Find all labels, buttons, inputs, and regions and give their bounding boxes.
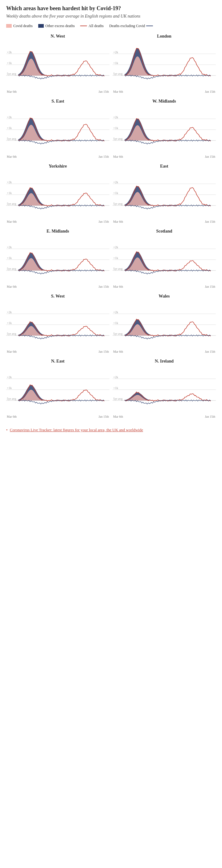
x-label-start: Mar 6th bbox=[113, 90, 123, 93]
chart-wrap-w-midlands: +2k+1k5yr avg bbox=[113, 105, 216, 154]
x-label-end: Jan 15th bbox=[205, 155, 215, 158]
svg-text:+2k: +2k bbox=[7, 310, 12, 314]
svg-text:5yr avg: 5yr avg bbox=[7, 332, 16, 335]
svg-text:5yr avg: 5yr avg bbox=[113, 397, 122, 400]
chart-wrap-scotland: +2k+1k5yr avg bbox=[113, 235, 216, 284]
svg-text:+1k: +1k bbox=[7, 321, 12, 324]
svg-text:+1k: +1k bbox=[113, 386, 118, 390]
svg-text:5yr avg: 5yr avg bbox=[7, 72, 16, 75]
chart-wrap-yorkshire: +2k+1k5yr avg bbox=[6, 170, 109, 219]
svg-text:+1k: +1k bbox=[113, 191, 118, 195]
chart-wrap-east: +2k+1k5yr avg bbox=[113, 170, 216, 219]
chart-title-east: East bbox=[113, 164, 216, 169]
chart-london: London+2k+1k5yr avgMar 6thJan 15th bbox=[113, 34, 216, 93]
x-label-start: Mar 6th bbox=[7, 155, 17, 158]
svg-text:+1k: +1k bbox=[113, 126, 118, 130]
chart-title-w-midlands: W. Midlands bbox=[113, 99, 216, 104]
svg-text:+2k: +2k bbox=[7, 51, 12, 54]
all-deaths-line bbox=[80, 26, 87, 26]
x-label-end: Jan 15th bbox=[99, 220, 109, 223]
svg-text:+1k: +1k bbox=[7, 61, 12, 65]
chart-title-yorkshire: Yorkshire bbox=[6, 164, 109, 169]
x-label-start: Mar 6th bbox=[7, 220, 17, 223]
charts-grid: N. West+2k+1k5yr avgMar 6thJan 15thLondo… bbox=[6, 34, 216, 424]
chart-w-midlands: W. Midlands+2k+1k5yr avgMar 6thJan 15th bbox=[113, 99, 216, 158]
chart-wales: Wales+2k+1k5yr avgMar 6thJan 15th bbox=[113, 294, 216, 353]
chart-title-london: London bbox=[113, 34, 216, 39]
x-label-end: Jan 15th bbox=[205, 415, 215, 418]
svg-text:+2k: +2k bbox=[7, 375, 12, 379]
legend-other-excess: Other excess deaths bbox=[38, 24, 75, 28]
x-label-end: Jan 15th bbox=[205, 220, 215, 223]
svg-text:5yr avg: 5yr avg bbox=[7, 202, 16, 206]
chart-title-n-ireland: N. Ireland bbox=[113, 359, 216, 364]
covid-deaths-swatch bbox=[6, 24, 12, 28]
svg-text:+2k: +2k bbox=[113, 375, 118, 379]
chart-title-scotland: Scotland bbox=[113, 229, 216, 234]
chart-n-west: N. West+2k+1k5yr avgMar 6thJan 15th bbox=[6, 34, 109, 93]
bullet-icon: • bbox=[6, 428, 8, 432]
chart-wrap-s-west: +2k+1k5yr avg bbox=[6, 300, 109, 349]
chart-s-east: S. East+2k+1k5yr avgMar 6thJan 15th bbox=[6, 99, 109, 158]
legend: Covid deaths Other excess deaths All dea… bbox=[6, 24, 216, 28]
svg-text:+1k: +1k bbox=[7, 256, 12, 260]
x-labels-london: Mar 6thJan 15th bbox=[113, 90, 216, 93]
footer: • Coronavirus Live Tracker: latest figur… bbox=[6, 428, 216, 432]
chart-title-n-east: N. East bbox=[6, 359, 109, 364]
chart-yorkshire: Yorkshire+2k+1k5yr avgMar 6thJan 15th bbox=[6, 164, 109, 223]
svg-text:5yr avg: 5yr avg bbox=[7, 137, 16, 141]
x-label-start: Mar 6th bbox=[7, 350, 17, 353]
svg-text:+2k: +2k bbox=[113, 310, 118, 314]
x-labels-w-midlands: Mar 6thJan 15th bbox=[113, 155, 216, 158]
chart-title-e-midlands: E. Midlands bbox=[6, 229, 109, 234]
svg-text:+2k: +2k bbox=[7, 246, 12, 249]
x-labels-s-west: Mar 6thJan 15th bbox=[6, 350, 109, 353]
legend-covid-deaths: Covid deaths bbox=[6, 24, 33, 28]
x-label-start: Mar 6th bbox=[113, 155, 123, 158]
svg-text:+1k: +1k bbox=[7, 386, 12, 390]
legend-all-deaths: All deaths bbox=[80, 24, 104, 28]
deaths-excl-label-text: Deaths excluding Covid bbox=[109, 24, 145, 28]
svg-text:+1k: +1k bbox=[113, 256, 118, 260]
chart-e-midlands: E. Midlands+2k+1k5yr avgMar 6thJan 15th bbox=[6, 229, 109, 288]
chart-wrap-wales: +2k+1k5yr avg bbox=[113, 300, 216, 349]
svg-text:+1k: +1k bbox=[113, 61, 118, 65]
chart-n-ireland: N. Ireland+2k+1k5yr avgMar 6thJan 15th bbox=[113, 359, 216, 418]
x-label-start: Mar 6th bbox=[113, 415, 123, 418]
chart-wrap-n-ireland: +2k+1k5yr avg bbox=[113, 365, 216, 414]
svg-text:5yr avg: 5yr avg bbox=[113, 72, 122, 75]
x-labels-e-midlands: Mar 6thJan 15th bbox=[6, 285, 109, 288]
x-label-end: Jan 15th bbox=[205, 285, 215, 288]
x-label-end: Jan 15th bbox=[99, 90, 109, 93]
x-label-start: Mar 6th bbox=[7, 90, 17, 93]
subtitle: Weekly deaths above the five year averag… bbox=[6, 13, 216, 20]
footer-link[interactable]: Coronavirus Live Tracker: latest figures… bbox=[10, 428, 143, 432]
svg-text:+1k: +1k bbox=[7, 191, 12, 195]
x-labels-s-east: Mar 6thJan 15th bbox=[6, 155, 109, 158]
svg-text:+2k: +2k bbox=[7, 116, 12, 119]
legend-deaths-excl-covid: Deaths excluding Covid bbox=[109, 24, 153, 28]
x-label-end: Jan 15th bbox=[99, 415, 109, 418]
chart-title-s-west: S. West bbox=[6, 294, 109, 299]
x-label-end: Jan 15th bbox=[99, 350, 109, 353]
svg-text:+2k: +2k bbox=[7, 181, 12, 184]
x-label-start: Mar 6th bbox=[113, 220, 123, 223]
svg-text:5yr avg: 5yr avg bbox=[113, 202, 122, 206]
svg-text:5yr avg: 5yr avg bbox=[113, 137, 122, 141]
x-label-start: Mar 6th bbox=[7, 285, 17, 288]
chart-title-s-east: S. East bbox=[6, 99, 109, 104]
svg-text:5yr avg: 5yr avg bbox=[7, 267, 16, 271]
deaths-excl-line bbox=[146, 26, 153, 26]
other-excess-swatch bbox=[38, 24, 44, 28]
x-labels-east: Mar 6thJan 15th bbox=[113, 220, 216, 223]
legend-covid-label: Covid deaths bbox=[13, 24, 33, 28]
x-labels-scotland: Mar 6thJan 15th bbox=[113, 285, 216, 288]
svg-text:+2k: +2k bbox=[113, 51, 118, 54]
x-labels-n-east: Mar 6thJan 15th bbox=[6, 415, 109, 418]
x-labels-n-ireland: Mar 6thJan 15th bbox=[113, 415, 216, 418]
legend-other-label: Other excess deaths bbox=[45, 24, 75, 28]
x-label-end: Jan 15th bbox=[205, 350, 215, 353]
chart-wrap-e-midlands: +2k+1k5yr avg bbox=[6, 235, 109, 284]
x-label-end: Jan 15th bbox=[205, 90, 215, 93]
x-label-start: Mar 6th bbox=[7, 415, 17, 418]
